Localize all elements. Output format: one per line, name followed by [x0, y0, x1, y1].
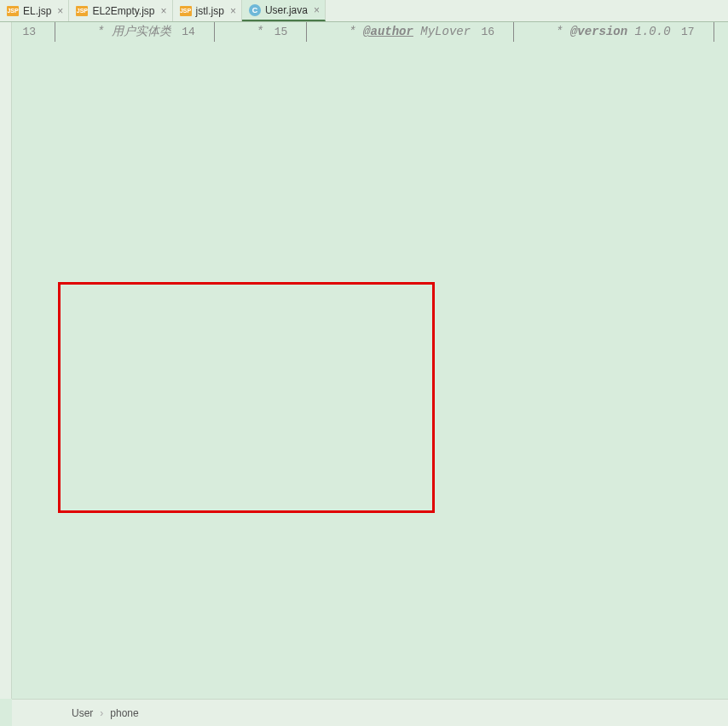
tab-EL-jsp[interactable]: JSPEL.jsp×	[0, 0, 69, 21]
breadcrumb[interactable]: User › phone	[12, 699, 728, 726]
tab-EL2Empty-jsp[interactable]: JSPEL2Empty.jsp×	[69, 0, 172, 21]
crumb-member[interactable]: phone	[110, 707, 138, 719]
code-line[interactable]: 15 * @author MyLover	[263, 22, 471, 42]
line-number[interactable]: 15	[263, 22, 296, 42]
tab-User-java[interactable]: CUser.java×	[242, 0, 326, 21]
code-text[interactable]: * @author MyLover	[311, 22, 471, 42]
line-number[interactable]: 17	[671, 22, 703, 42]
tab-label: EL2Empty.jsp	[92, 5, 154, 17]
code-editor[interactable]: 13 * 用户实体类14 *15 * @author MyLover16 * @…	[12, 22, 728, 699]
code-line[interactable]: 16 * @version 1.0.0	[471, 22, 670, 42]
annotation-highlight-box	[58, 282, 435, 513]
code-line[interactable]: 13 * 用户实体类	[12, 22, 171, 42]
tab-label: jstl.jsp	[196, 5, 224, 17]
line-number[interactable]: 14	[171, 22, 204, 42]
editor-tabs: JSPEL.jsp×JSPEL2Empty.jsp×JSPjstl.jsp×CU…	[0, 0, 728, 22]
fold-gutter[interactable]	[503, 22, 518, 42]
fold-gutter[interactable]	[204, 22, 219, 42]
close-icon[interactable]: ×	[57, 5, 63, 17]
left-gutter-stub	[0, 22, 12, 699]
jsp-file-icon: JSP	[76, 6, 88, 16]
crumb-class[interactable]: User	[72, 707, 93, 719]
code-text[interactable]: * @version 1.0.0	[518, 22, 670, 42]
fold-gutter[interactable]	[703, 22, 719, 42]
code-text[interactable]: * @date 2020.04.26	[719, 22, 728, 42]
tab-label: User.java	[265, 4, 308, 16]
close-icon[interactable]: ×	[314, 4, 320, 16]
jsp-file-icon: JSP	[180, 6, 192, 16]
java-class-icon: C	[249, 4, 261, 16]
code-line[interactable]: 17 * @date 2020.04.26	[671, 22, 728, 42]
line-number[interactable]: 13	[12, 22, 44, 42]
chevron-right-icon: ›	[100, 707, 103, 719]
jsp-file-icon: JSP	[7, 6, 19, 16]
tab-jstl-jsp[interactable]: JSPjstl.jsp×	[173, 0, 242, 21]
code-text[interactable]: * 用户实体类	[60, 22, 171, 42]
code-line[interactable]: 14 *	[171, 22, 263, 42]
tab-label: EL.jsp	[23, 5, 51, 17]
fold-gutter[interactable]	[296, 22, 311, 42]
fold-gutter[interactable]	[44, 22, 60, 42]
code-text[interactable]: *	[219, 22, 263, 42]
close-icon[interactable]: ×	[230, 5, 236, 17]
close-icon[interactable]: ×	[161, 5, 167, 17]
line-number[interactable]: 16	[471, 22, 503, 42]
